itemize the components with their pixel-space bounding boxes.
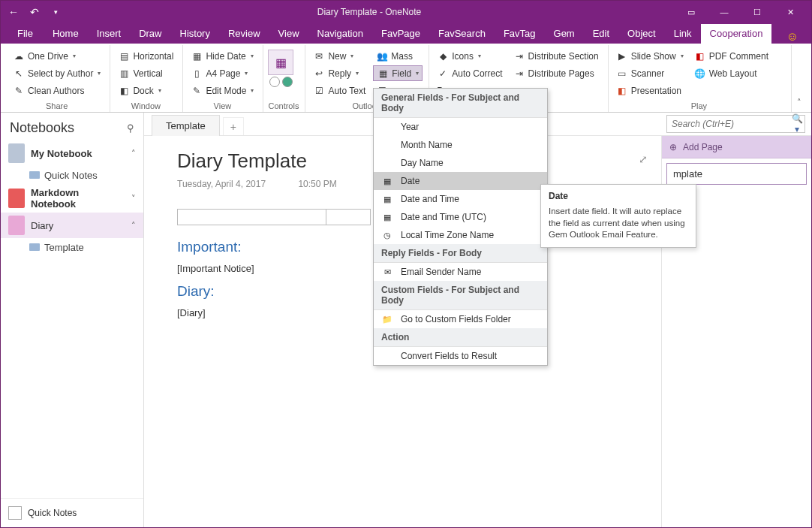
dropdown-item[interactable]: 📁Go to Custom Fields Folder xyxy=(374,310,547,328)
tab-file[interactable]: File xyxy=(7,24,44,44)
new-button[interactable]: ✉New▾ xyxy=(310,48,368,64)
tab-edit[interactable]: Edit xyxy=(584,24,618,44)
web-icon: 🌐 xyxy=(694,68,706,80)
distribute-pages-button[interactable]: ⇥Distribute Pages xyxy=(510,65,602,81)
clean-authors-button[interactable]: ✎Clean Authors xyxy=(10,83,104,98)
tab-review[interactable]: Review xyxy=(219,24,269,44)
qat-dropdown-icon[interactable]: ▾ xyxy=(47,4,64,20)
add-page-button[interactable]: ⊕ Add Page xyxy=(662,136,811,158)
cloud-icon: ☁ xyxy=(13,50,25,62)
back-icon[interactable]: ← xyxy=(5,4,22,20)
tab-favsearch[interactable]: FavSearch xyxy=(429,24,495,44)
horizontal-button[interactable]: ▤Horizontal xyxy=(115,48,176,64)
feedback-icon[interactable]: ☺ xyxy=(780,30,805,44)
controls-gallery[interactable]: ▦ xyxy=(268,48,293,87)
tab-cooperation[interactable]: Cooperation xyxy=(701,24,772,44)
window-title: Diary Template - OneNote xyxy=(64,7,675,17)
presentation-button[interactable]: ◧Presentation xyxy=(613,83,687,98)
notebook-section[interactable]: Quick Notes xyxy=(1,166,143,184)
notebook-item[interactable]: Markdown Notebook˅ xyxy=(1,184,143,213)
tab-view[interactable]: View xyxy=(269,24,308,44)
dropdown-item[interactable]: ✉Email Sender Name xyxy=(374,263,547,281)
dropdown-item[interactable]: ▦Date and Time xyxy=(374,190,547,208)
hide-date-button[interactable]: ▦Hide Date▾ xyxy=(188,48,257,64)
dropdown-header: Custom Fields - For Subject and Body xyxy=(374,281,547,310)
select-by-author-button[interactable]: ↖Select by Author▾ xyxy=(10,65,104,81)
dropdown-item[interactable]: ▦Date xyxy=(374,172,547,190)
section-tab-template[interactable]: Template xyxy=(152,115,220,136)
tab-home[interactable]: Home xyxy=(44,24,88,44)
minimize-icon[interactable]: — xyxy=(708,1,741,23)
distribute-section-button[interactable]: ⇥Distribute Section xyxy=(510,48,602,64)
onedrive-button[interactable]: ☁One Drive▾ xyxy=(10,48,104,64)
tab-navigation[interactable]: Navigation xyxy=(308,24,372,44)
auto-text-button[interactable]: ☑Auto Text xyxy=(310,83,368,98)
search-input[interactable] xyxy=(667,119,789,129)
dropdown-item[interactable]: ▦Date and Time (UTC) xyxy=(374,208,547,226)
maximize-icon[interactable]: ☐ xyxy=(741,1,774,23)
notebooks-title: Notebooks xyxy=(10,120,127,136)
notebook-item[interactable]: Diary˄ xyxy=(1,213,143,238)
item-icon: ◷ xyxy=(381,229,393,241)
search-box[interactable]: 🔍▾ xyxy=(666,115,805,133)
field-icon: ▦ xyxy=(377,68,389,80)
mail-icon: ✉ xyxy=(313,50,325,62)
close-icon[interactable]: ✕ xyxy=(774,1,807,23)
item-label: Local Time Zone Name xyxy=(401,230,494,240)
pdf-icon: ◧ xyxy=(694,50,706,62)
add-section-button[interactable]: + xyxy=(223,117,244,135)
field-dropdown: General Fields - For Subject and BodyYea… xyxy=(373,88,548,366)
auto-correct-button[interactable]: ✓Auto Correct xyxy=(434,65,505,81)
tooltip: Date Insert date field. It will auto rep… xyxy=(540,184,696,248)
item-label: Month Name xyxy=(401,140,453,150)
search-icon[interactable]: 🔍▾ xyxy=(789,113,804,134)
slide-show-button[interactable]: ▶Slide Show▾ xyxy=(613,48,687,64)
web-layout-button[interactable]: 🌐Web Layout xyxy=(691,65,771,81)
item-label: Convert Fields to Result xyxy=(401,351,497,361)
checkbox-icon: ☑ xyxy=(313,85,325,97)
tab-history[interactable]: History xyxy=(171,24,219,44)
chevron-icon[interactable]: ˄ xyxy=(131,149,136,158)
cursor-icon: ↖ xyxy=(13,68,25,80)
tab-draw[interactable]: Draw xyxy=(130,24,170,44)
ribbon-display-icon[interactable]: ▭ xyxy=(675,1,708,23)
page-list-item[interactable]: mplate xyxy=(666,163,807,185)
tab-link[interactable]: Link xyxy=(665,24,701,44)
undo-icon[interactable]: ↶ xyxy=(26,4,43,20)
dropdown-item[interactable]: Year xyxy=(374,118,547,136)
radio-icon xyxy=(282,77,293,87)
dropdown-item[interactable]: Convert Fields to Result xyxy=(374,347,547,365)
dropdown-item[interactable]: Month Name xyxy=(374,136,547,154)
notebook-section[interactable]: Template xyxy=(1,238,143,256)
vertical-button[interactable]: ▥Vertical xyxy=(115,65,176,81)
tab-object[interactable]: Object xyxy=(618,24,665,44)
pin-icon[interactable]: ⚲ xyxy=(127,122,134,134)
dropdown-item[interactable]: ◷Local Time Zone Name xyxy=(374,226,547,244)
scanner-button[interactable]: ▭Scanner xyxy=(613,65,687,81)
quick-notes-button[interactable]: Quick Notes xyxy=(1,498,143,527)
chevron-icon[interactable]: ˅ xyxy=(131,194,136,204)
icons-button[interactable]: ◆Icons▾ xyxy=(434,48,505,64)
dropdown-item[interactable]: Day Name xyxy=(374,154,547,172)
notebook-name: My Notebook xyxy=(31,148,125,159)
edit-mode-button[interactable]: ✎Edit Mode▾ xyxy=(188,83,257,98)
scanner-icon: ▭ xyxy=(616,68,628,80)
tab-insert[interactable]: Insert xyxy=(88,24,131,44)
field-button[interactable]: ▦Field▾ xyxy=(373,65,423,81)
item-icon: 📁 xyxy=(381,313,393,325)
tab-gem[interactable]: Gem xyxy=(545,24,584,44)
pdf-comment-button[interactable]: ◧PDF Comment xyxy=(691,48,771,64)
edit-icon: ✎ xyxy=(191,85,203,97)
dropdown-header: General Fields - For Subject and Body xyxy=(374,89,547,118)
reply-button[interactable]: ↩Reply▾ xyxy=(310,65,368,81)
mass-button[interactable]: 👥Mass xyxy=(373,48,423,64)
dock-button[interactable]: ◧Dock▾ xyxy=(115,83,176,98)
notebook-item[interactable]: My Notebook˄ xyxy=(1,140,143,166)
chevron-icon[interactable]: ˄ xyxy=(131,221,136,231)
tab-favtag[interactable]: FavTag xyxy=(495,24,545,44)
a4-page-button[interactable]: ▯A4 Page▾ xyxy=(188,65,257,81)
item-icon: ▦ xyxy=(381,211,393,223)
section-icon xyxy=(29,243,40,251)
collapse-ribbon-icon[interactable]: ˄ xyxy=(792,45,807,112)
tab-favpage[interactable]: FavPage xyxy=(372,24,429,44)
